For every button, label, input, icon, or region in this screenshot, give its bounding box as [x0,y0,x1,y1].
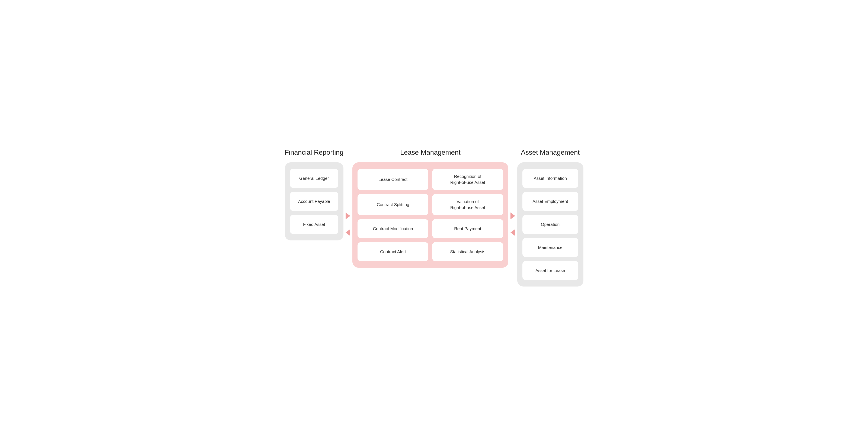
lease-left-item-3: Contract Alert [358,242,428,261]
asset-item-1: Asset Employment [522,192,578,211]
arrow-area-left [343,162,352,286]
lease-title: Lease Management [400,149,461,156]
lease-column: Lease Management Lease ContractRecogniti… [352,149,508,286]
columns-container: Financial Reporting General LedgerAccoun… [285,149,583,286]
lease-left-item-2: Contract Modification [358,219,428,238]
asset-column: Asset Management Asset InformationAsset … [517,149,583,286]
financial-item-0: General Ledger [290,169,339,188]
arrow-pair-right-top [510,213,515,236]
arrow-pair-left-top [346,213,350,236]
lease-left-item-0: Lease Contract [358,169,428,190]
arrow-right-icon [346,213,350,219]
lease-right-item-1: Valuation ofRight-of-use Asset [432,194,503,215]
arrow-left-icon [346,229,350,236]
asset-panel: Asset InformationAsset EmploymentOperati… [517,162,583,286]
lease-right-item-2: Rent Payment [432,219,503,238]
financial-item-1: Account Payable [290,192,339,211]
lease-left-item-1: Contract Splitting [358,194,428,215]
diagram-wrapper: Financial Reporting General LedgerAccoun… [285,149,583,286]
asset-item-2: Operation [522,215,578,234]
arrow-right-icon-2 [510,213,515,219]
asset-item-0: Asset Information [522,169,578,188]
asset-item-4: Asset for Lease [522,261,578,280]
financial-column: Financial Reporting General LedgerAccoun… [285,149,344,286]
asset-item-3: Maintenance [522,238,578,257]
financial-title: Financial Reporting [285,149,344,156]
asset-title: Asset Management [521,149,580,156]
arrow-left-icon-2 [510,229,515,236]
lease-panel: Lease ContractRecognition ofRight-of-use… [352,162,508,268]
lease-right-item-0: Recognition ofRight-of-use Asset [432,169,503,190]
lease-right-item-3: Statistical Analysis [432,242,503,261]
financial-item-2: Fixed Asset [290,215,339,234]
financial-panel: General LedgerAccount PayableFixed Asset [285,162,344,241]
arrow-area-right [508,162,517,286]
